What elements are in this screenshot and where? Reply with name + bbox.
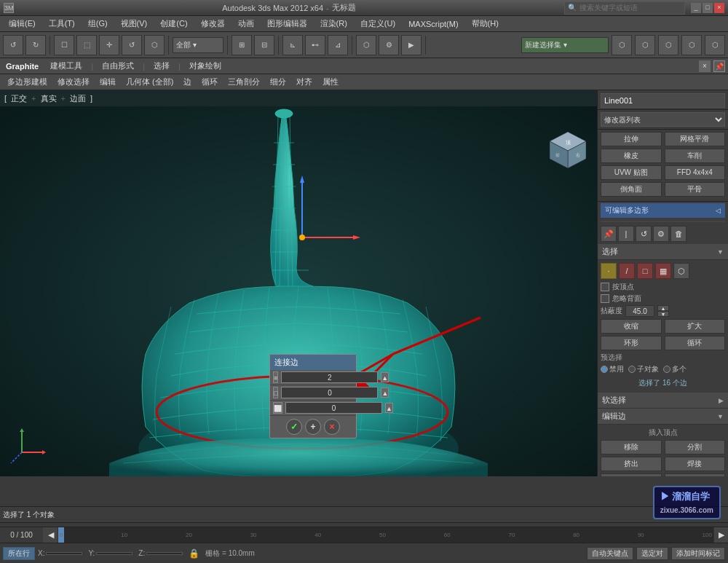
title-icons[interactable]: 3M (4, 3, 14, 13)
connect-cancel-button[interactable]: × (324, 419, 340, 435)
mod-btn-flat[interactable]: 平骨 (665, 182, 726, 197)
selection-section-header[interactable]: 选择 ▼ (598, 244, 728, 260)
weld-button[interactable]: 焊接 (665, 457, 726, 471)
mod-btn-uvw[interactable]: UVW 贴图 (601, 165, 662, 180)
st-loop[interactable]: 循环 (197, 75, 222, 89)
ring-button[interactable]: 环形 (601, 336, 662, 350)
graphite-label[interactable]: Graphite (3, 62, 41, 71)
radio-disable[interactable] (601, 366, 608, 373)
threshold-input[interactable] (625, 305, 654, 317)
connect-ok-button[interactable]: ✓ (286, 419, 302, 435)
tb-mirror[interactable]: ⊾ (282, 35, 303, 55)
st-props[interactable]: 属性 (318, 75, 343, 89)
tb-layers[interactable]: ⊞ (232, 35, 252, 55)
mod-btn-ffd[interactable]: FFD 4x4x4 (665, 165, 726, 180)
st-triangulate[interactable]: 三角剖分 (223, 75, 264, 89)
tb-undo[interactable]: ↺ (3, 35, 23, 55)
auto-key-btn[interactable]: 自动关键点 (587, 547, 633, 560)
search-input[interactable] (579, 4, 681, 12)
menu-render[interactable]: 渲染(R) (314, 17, 353, 31)
connect-spinner-up-1[interactable]: ▲ (381, 372, 389, 382)
connect-spinner-up-3[interactable]: ▲ (385, 403, 393, 413)
tb-spacer[interactable]: ⊿ (328, 35, 348, 55)
viewport[interactable]: [ 正交 + 真实 + 边面 ] (0, 90, 597, 476)
menu-group[interactable]: 组(G) (82, 17, 114, 31)
mod-btn-bevel[interactable]: 倒角面 (601, 182, 662, 197)
st-subdivide[interactable]: 细分 (266, 75, 290, 89)
sel-icon-poly[interactable]: ▦ (655, 263, 671, 279)
shrink-button[interactable]: 收缩 (601, 319, 662, 334)
set-key-btn[interactable]: 选定对 (636, 547, 668, 560)
tb-render[interactable]: ▶ (401, 35, 422, 55)
mod-icon-configure[interactable]: ⚙ (653, 226, 669, 242)
connect-add-button[interactable]: + (305, 419, 321, 435)
threshold-down[interactable]: ▼ (657, 311, 669, 317)
viewport-real[interactable]: 真实 (41, 93, 57, 104)
window-controls[interactable]: _ □ × (691, 3, 724, 13)
mod-icon-trash[interactable]: 🗑 (670, 226, 687, 242)
graphite-tab-select[interactable]: 选择 (151, 60, 173, 71)
menu-tools[interactable]: 工具(T) (43, 17, 81, 31)
timeline-prev[interactable]: ◀ (44, 527, 58, 543)
tb-extra1[interactable]: ⬡ (612, 35, 632, 55)
tb-scale[interactable]: ⬡ (144, 35, 165, 55)
preselect-opt-multi[interactable]: 多个 (663, 364, 687, 374)
coord-z-val[interactable] (146, 552, 183, 555)
edit-edge-header[interactable]: 编辑边 ▼ (598, 409, 728, 425)
tb-render-setup[interactable]: ⚙ (379, 35, 399, 55)
grow-button[interactable]: 扩大 (665, 319, 726, 334)
editable-poly-item[interactable]: 可编辑多边形 ◁ (601, 203, 725, 218)
mod-icon-pin[interactable]: 📌 (601, 226, 617, 242)
tb-material[interactable]: ⬡ (356, 35, 376, 55)
timeline-counter[interactable]: 0 / 100 (0, 527, 44, 543)
tb-refcoord[interactable]: 全部 ▾ (173, 37, 223, 53)
timeline-marker[interactable] (58, 527, 64, 543)
close-button[interactable]: × (714, 3, 724, 13)
coord-x-val[interactable] (46, 552, 82, 555)
mod-icon-pipe[interactable]: | (618, 226, 634, 242)
tb-extra4[interactable]: ⬡ (681, 35, 702, 55)
connect-input-2[interactable] (281, 387, 378, 398)
graphite-pin[interactable]: 📌 (713, 60, 725, 72)
tb-viewport-preset[interactable]: 新建选择集 ▾ (521, 37, 609, 53)
timeline-track[interactable]: 0 10 20 30 40 50 60 70 80 90 100 (58, 527, 713, 543)
menu-modifier[interactable]: 修改器 (195, 17, 231, 31)
radio-subobj[interactable] (628, 366, 636, 373)
st-poly-model[interactable]: 多边形建模 (3, 75, 52, 89)
targetweld-button[interactable]: 目标焊接 (665, 473, 726, 476)
viewport-edgeface[interactable]: 边面 (70, 93, 86, 104)
menu-create[interactable]: 创建(C) (154, 17, 193, 31)
sel-icon-edge[interactable]: / (619, 263, 635, 279)
remove-button[interactable]: 移除 (601, 440, 662, 454)
menu-maxscript[interactable]: MAXScript(M) (403, 18, 464, 30)
preselect-opt-disable[interactable]: 禁用 (601, 364, 624, 374)
maximize-button[interactable]: □ (703, 3, 713, 13)
sel-icon-elem[interactable]: ⬡ (673, 263, 689, 279)
mod-btn-extrude[interactable]: 拉伸 (601, 132, 662, 146)
tb-extra2[interactable]: ⬡ (635, 35, 655, 55)
object-name-input[interactable] (601, 93, 725, 108)
split-button[interactable]: 分割 (665, 440, 726, 454)
tb-select-region[interactable]: ⬚ (76, 35, 97, 55)
menu-customize[interactable]: 自定义(U) (355, 17, 401, 31)
modifier-list-dropdown[interactable]: 修改器列表 (601, 112, 725, 127)
status-playback-btn[interactable]: 所在行 (3, 547, 35, 560)
st-edit[interactable]: 编辑 (95, 75, 120, 89)
tb-extra3[interactable]: ⬡ (658, 35, 678, 55)
lock-icon[interactable]: 🔒 (189, 548, 199, 559)
add-key-btn[interactable]: 添加时间标记 (671, 547, 725, 560)
tb-extra5[interactable]: ⬡ (705, 35, 725, 55)
menu-view[interactable]: 视图(V) (115, 17, 154, 31)
loop-button[interactable]: 循环 (665, 336, 726, 350)
sel-icon-vert[interactable]: · (601, 263, 617, 279)
sel-icon-border[interactable]: □ (637, 263, 653, 279)
tb-scene[interactable]: ⊟ (254, 35, 274, 55)
threshold-up[interactable]: ▲ (657, 305, 669, 311)
navicube[interactable]: 顶 右 前 (546, 128, 590, 172)
connect-input-3[interactable] (285, 402, 382, 414)
st-geometry-all[interactable]: 几何体 (全部) (122, 75, 178, 89)
soft-selection-header[interactable]: 软选择 ▶ (598, 393, 728, 409)
st-edge[interactable]: 边 (179, 75, 196, 89)
preselect-opt-subobj[interactable]: 子对象 (628, 364, 659, 374)
extrude-button[interactable]: 挤出 (601, 457, 662, 471)
